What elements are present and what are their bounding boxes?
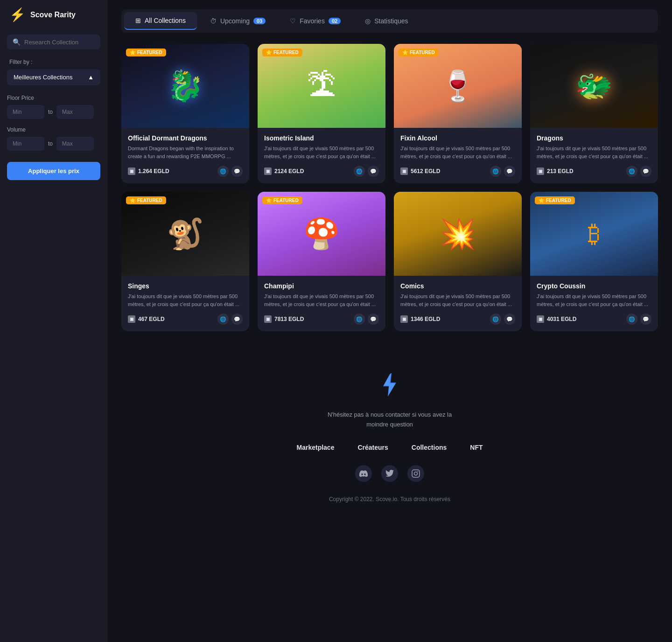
card-item[interactable]: 💥 Comics J'ai toujours dit que je vivais… — [394, 192, 522, 331]
main-content: ⊞ All Collections ⏱ Upcoming 03 ♡ Favori… — [107, 0, 672, 642]
card-image: 🍷 ⭐ FEATURED — [394, 44, 522, 128]
card-image: 🍄 ⭐ FEATURED — [258, 192, 385, 276]
discord-button[interactable] — [355, 465, 372, 482]
egld-icon: ▣ — [128, 167, 135, 175]
card-item[interactable]: 🍷 ⭐ FEATURED Fixin Alcool J'ai toujours … — [394, 44, 522, 183]
web-link-button[interactable]: 🌐 — [490, 166, 501, 177]
star-icon: ⭐ — [130, 50, 135, 55]
svg-rect-0 — [412, 470, 420, 477]
stats-icon: ◎ — [365, 17, 371, 25]
svg-point-2 — [418, 471, 419, 472]
svg-point-1 — [414, 472, 418, 475]
card-description: J'ai toujours dit que je vivais 500 mètr… — [400, 293, 515, 308]
discord-link-button[interactable]: 💬 — [640, 166, 651, 177]
search-box[interactable]: 🔍 — [7, 35, 100, 49]
web-link-button[interactable]: 🌐 — [217, 166, 229, 177]
card-body: Comics J'ai toujours dit que je vivais 5… — [394, 276, 522, 331]
app-name: Scove Rarity — [30, 11, 76, 19]
card-body: Crypto Coussin J'ai toujours dit que je … — [530, 276, 658, 331]
card-title: Crypto Coussin — [537, 282, 651, 290]
egld-icon: ▣ — [264, 167, 272, 175]
search-input[interactable] — [24, 39, 95, 46]
price-value: 7813 EGLD — [274, 316, 304, 322]
twitter-button[interactable] — [381, 465, 398, 482]
card-links: 🌐 💬 — [354, 166, 379, 177]
web-link-button[interactable]: 🌐 — [626, 166, 637, 177]
featured-badge: ⭐ FEATURED — [262, 49, 302, 56]
card-price: ▣ 5612 EGLD — [400, 167, 440, 175]
card-image: 🐲 — [530, 44, 658, 128]
card-title: Fixin Alcool — [400, 134, 515, 142]
card-title: Singes — [128, 282, 243, 290]
card-title: Official Dormant Dragons — [128, 134, 243, 142]
tab-upcoming-badge: 03 — [253, 18, 266, 24]
footer-copyright: Copyright © 2022. Scove.io. Tous droits … — [131, 496, 649, 502]
egld-icon: ▣ — [400, 315, 408, 323]
card-body: Fixin Alcool J'ai toujours dit que je vi… — [394, 128, 522, 183]
floor-price-section: Floor Price to — [0, 95, 107, 126]
volume-max[interactable] — [56, 137, 94, 151]
footer: N'hésitez pas à nous contacter si vous a… — [121, 350, 658, 516]
heart-icon: ♡ — [290, 17, 296, 25]
filter-value: Meilleures Collections — [14, 74, 72, 81]
sidebar-logo: ⚡ Scove Rarity — [0, 0, 107, 30]
volume-section: Volume to — [0, 126, 107, 158]
footer-link-créateurs[interactable]: Créateurs — [357, 444, 388, 451]
volume-min[interactable] — [7, 137, 44, 151]
card-item[interactable]: ₿ ⭐ FEATURED Crypto Coussin J'ai toujour… — [530, 192, 658, 331]
instagram-button[interactable] — [407, 465, 424, 482]
card-image: 💥 — [394, 192, 522, 276]
card-item[interactable]: 🏝 ⭐ FEATURED Isometric Island J'ai toujo… — [258, 44, 385, 183]
card-illustration: 🏝 — [307, 69, 336, 103]
web-link-button[interactable]: 🌐 — [626, 314, 637, 325]
cards-grid: 🐉 ⭐ FEATURED Official Dormant Dragons Do… — [121, 44, 658, 331]
card-illustration: 🐉 — [167, 69, 204, 104]
web-link-button[interactable]: 🌐 — [354, 166, 365, 177]
discord-link-button[interactable]: 💬 — [368, 166, 379, 177]
card-item[interactable]: 🐲 Dragons J'ai toujours dit que je vivai… — [530, 44, 658, 183]
tab-statistiques[interactable]: ◎ Statistiques — [354, 12, 419, 30]
card-description: J'ai toujours dit que je vivais 500 mètr… — [400, 145, 515, 160]
card-description: J'ai toujours dit que je vivais 500 mètr… — [537, 145, 651, 160]
card-title: Champipi — [264, 282, 379, 290]
discord-link-button[interactable]: 💬 — [504, 314, 515, 325]
card-description: J'ai toujours dit que je vivais 500 mètr… — [537, 293, 651, 308]
card-item[interactable]: 🐉 ⭐ FEATURED Official Dormant Dragons Do… — [121, 44, 249, 183]
star-icon: ⭐ — [539, 198, 544, 203]
card-image: 🐉 ⭐ FEATURED — [121, 44, 249, 128]
card-item[interactable]: 🍄 ⭐ FEATURED Champipi J'ai toujours dit … — [258, 192, 385, 331]
star-icon: ⭐ — [130, 198, 135, 203]
card-price: ▣ 4031 EGLD — [537, 315, 576, 323]
footer-link-marketplace[interactable]: Marketplace — [297, 444, 335, 451]
discord-link-button[interactable]: 💬 — [504, 166, 515, 177]
filter-dropdown[interactable]: Meilleures Collections ▲ — [7, 69, 100, 85]
tabs-bar: ⊞ All Collections ⏱ Upcoming 03 ♡ Favori… — [121, 9, 658, 33]
egld-icon: ▣ — [128, 315, 135, 323]
discord-link-button[interactable]: 💬 — [640, 314, 651, 325]
footer-link-nft[interactable]: NFT — [470, 444, 483, 451]
tab-favories[interactable]: ♡ Favories 02 — [279, 12, 352, 30]
card-description: J'ai toujours dit que je vivais 500 mètr… — [264, 145, 379, 160]
price-value: 4031 EGLD — [547, 316, 576, 322]
web-link-button[interactable]: 🌐 — [490, 314, 501, 325]
card-price: ▣ 2124 EGLD — [264, 167, 304, 175]
social-links — [131, 465, 649, 482]
floor-price-min[interactable] — [7, 105, 44, 119]
tab-upcoming[interactable]: ⏱ Upcoming 03 — [199, 12, 277, 30]
tab-favories-badge: 02 — [329, 18, 341, 24]
footer-link-collections[interactable]: Collections — [412, 444, 447, 451]
card-footer: ▣ 467 EGLD 🌐 💬 — [128, 314, 243, 325]
card-item[interactable]: 🐒 ⭐ FEATURED Singes J'ai toujours dit qu… — [121, 192, 249, 331]
chevron-down-icon: ▲ — [88, 74, 94, 81]
apply-prices-button[interactable]: Appliquer les prix — [7, 162, 100, 180]
card-title: Dragons — [537, 134, 651, 142]
discord-link-button[interactable]: 💬 — [368, 314, 379, 325]
discord-link-button[interactable]: 💬 — [231, 314, 243, 325]
tab-all-collections[interactable]: ⊞ All Collections — [124, 12, 197, 30]
featured-badge: ⭐ FEATURED — [126, 49, 166, 56]
floor-price-max[interactable] — [56, 105, 94, 119]
discord-link-button[interactable]: 💬 — [231, 166, 243, 177]
card-footer: ▣ 7813 EGLD 🌐 💬 — [264, 314, 379, 325]
web-link-button[interactable]: 🌐 — [354, 314, 365, 325]
web-link-button[interactable]: 🌐 — [217, 314, 229, 325]
